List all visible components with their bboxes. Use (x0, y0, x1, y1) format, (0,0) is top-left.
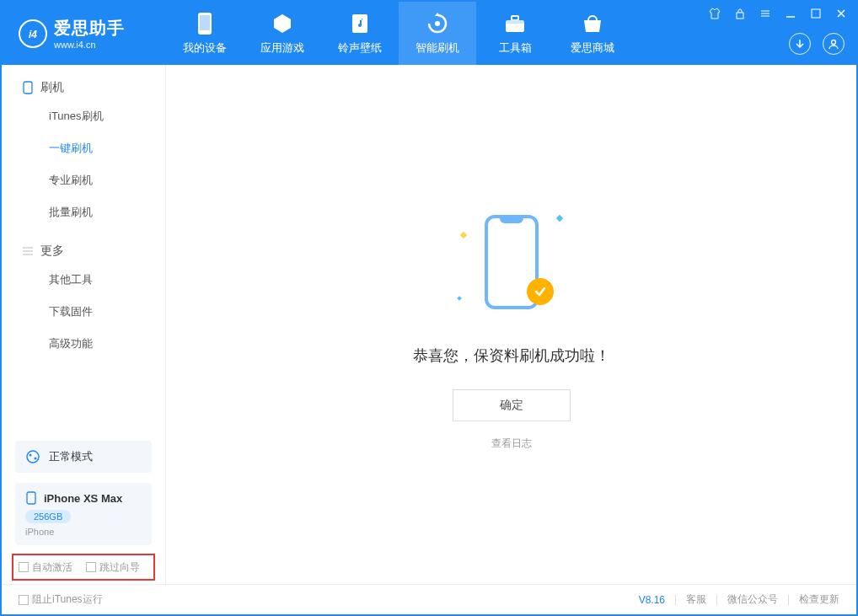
svg-text:i4: i4 (29, 28, 37, 40)
block-itunes-checkbox[interactable]: 阻止iTunes运行 (19, 592, 103, 607)
sidebar-item-download-firmware[interactable]: 下载固件 (2, 296, 165, 328)
sidebar-section-flash: 刷机 (2, 65, 165, 100)
success-message: 恭喜您，保资料刷机成功啦！ (413, 345, 610, 366)
svg-point-22 (29, 454, 32, 457)
nav-ringtones[interactable]: 铃声壁纸 (321, 2, 399, 65)
app-subtitle: www.i4.cn (54, 40, 125, 50)
main-nav: 我的设备 应用游戏 铃声壁纸 智能刷机 工具箱 爱思商城 (166, 2, 631, 65)
footer-wechat[interactable]: 微信公众号 (727, 592, 778, 607)
store-icon (581, 12, 604, 35)
shirt-icon[interactable] (708, 7, 721, 20)
footer-support[interactable]: 客服 (686, 592, 706, 607)
close-icon[interactable] (834, 7, 848, 20)
sidebar-item-oneclick-flash[interactable]: 一键刷机 (2, 132, 165, 164)
nav-apps-games[interactable]: 应用游戏 (244, 2, 321, 65)
lock-icon[interactable] (733, 7, 747, 20)
user-button[interactable] (823, 33, 845, 55)
success-illustration (436, 199, 587, 325)
cube-icon (271, 12, 294, 35)
main-content: 恭喜您，保资料刷机成功啦！ 确定 查看日志 (166, 65, 856, 584)
minimize-icon[interactable] (784, 7, 797, 20)
device-icon (193, 12, 217, 35)
auto-activate-checkbox[interactable]: 自动激活 (19, 560, 72, 575)
header-actions (789, 33, 845, 55)
refresh-icon (426, 12, 449, 35)
svg-point-4 (435, 21, 440, 26)
svg-point-23 (35, 458, 37, 460)
sidebar-item-other-tools[interactable]: 其他工具 (2, 264, 165, 296)
nav-toolbox[interactable]: 工具箱 (476, 2, 554, 65)
ok-button[interactable]: 确定 (453, 389, 571, 421)
svg-rect-2 (200, 15, 210, 30)
sidebar-item-itunes-flash[interactable]: iTunes刷机 (2, 100, 165, 132)
svg-rect-24 (27, 492, 35, 504)
version-label[interactable]: V8.16 (639, 594, 665, 606)
svg-point-16 (832, 40, 836, 45)
app-title: 爱思助手 (54, 17, 125, 40)
footer-update[interactable]: 检查更新 (799, 592, 839, 607)
svg-rect-6 (512, 16, 518, 20)
svg-rect-13 (812, 9, 820, 18)
mode-label: 正常模式 (49, 449, 93, 464)
nav-my-device[interactable]: 我的设备 (166, 2, 244, 65)
device-phone-icon (25, 491, 37, 505)
skip-guide-checkbox[interactable]: 跳过向导 (86, 560, 140, 575)
options-highlight: 自动激活 跳过向导 (12, 554, 155, 581)
list-icon (22, 245, 34, 257)
device-mode-card[interactable]: 正常模式 (15, 441, 152, 473)
device-type: iPhone (25, 527, 142, 537)
music-icon (348, 12, 372, 35)
storage-badge: 256GB (25, 510, 71, 523)
status-bar: 阻止iTunes运行 V8.16 客服 微信公众号 检查更新 (2, 584, 856, 614)
checkmark-badge-icon (527, 278, 554, 305)
toolbox-icon (503, 12, 527, 35)
mode-icon (25, 449, 40, 464)
sidebar: 刷机 iTunes刷机 一键刷机 专业刷机 批量刷机 更多 其他工具 下载固件 … (2, 65, 166, 584)
view-log-link[interactable]: 查看日志 (491, 437, 532, 451)
download-button[interactable] (789, 33, 811, 55)
nav-store[interactable]: 爱思商城 (554, 2, 631, 65)
logo-icon: i4 (19, 19, 47, 48)
svg-rect-8 (737, 13, 743, 19)
sidebar-item-batch-flash[interactable]: 批量刷机 (2, 196, 165, 228)
svg-rect-17 (24, 82, 32, 94)
nav-smart-flash[interactable]: 智能刷机 (399, 2, 476, 65)
app-logo: i4 爱思助手 www.i4.cn (2, 17, 166, 50)
window-controls-top (708, 7, 848, 20)
menu-icon[interactable] (759, 7, 772, 20)
maximize-icon[interactable] (809, 7, 823, 20)
device-card[interactable]: iPhone XS Max 256GB iPhone (15, 483, 152, 545)
title-bar: i4 爱思助手 www.i4.cn 我的设备 应用游戏 铃声壁纸 智能刷机 工具… (2, 2, 856, 65)
sidebar-section-more: 更多 (2, 228, 165, 264)
sidebar-item-advanced[interactable]: 高级功能 (2, 328, 165, 360)
sidebar-item-pro-flash[interactable]: 专业刷机 (2, 164, 165, 196)
svg-point-21 (27, 451, 39, 463)
phone-small-icon (22, 81, 34, 94)
svg-rect-7 (506, 20, 524, 24)
